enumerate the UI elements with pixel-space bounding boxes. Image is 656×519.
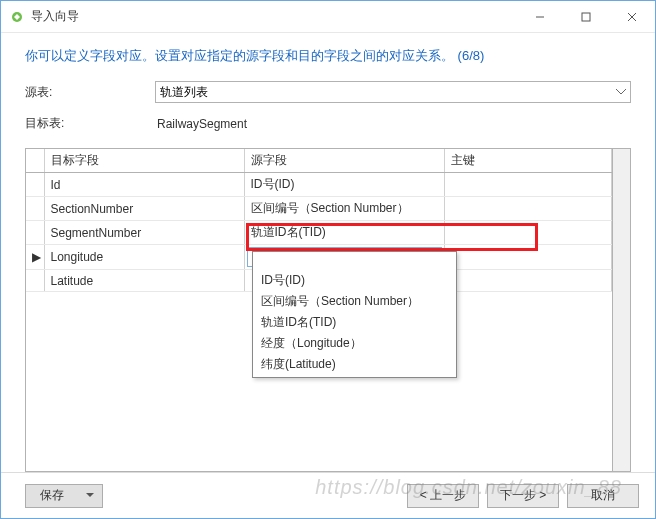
mapping-grid: 目标字段 源字段 主键 Id ID号(ID) — [25, 148, 631, 472]
prev-button[interactable]: < 上一步 — [407, 484, 479, 508]
source-table-label: 源表: — [25, 84, 155, 101]
svg-rect-2 — [582, 13, 590, 21]
source-table-value: 轨道列表 — [160, 84, 208, 101]
cell-source[interactable]: 轨道ID名(TID) — [244, 221, 444, 245]
chevron-down-icon — [616, 89, 626, 95]
cell-pk[interactable] — [444, 270, 612, 292]
minimize-button[interactable] — [517, 1, 563, 32]
table-row[interactable]: SegmentNumber 轨道ID名(TID) — [26, 221, 612, 245]
table-row[interactable]: Id ID号(ID) — [26, 173, 612, 197]
window-title: 导入向导 — [31, 8, 517, 25]
col-pk[interactable]: 主键 — [444, 149, 612, 173]
titlebar: 导入向导 — [1, 1, 655, 33]
next-button[interactable]: 下一步 > — [487, 484, 559, 508]
app-icon — [9, 9, 25, 25]
col-source[interactable]: 源字段 — [244, 149, 444, 173]
save-button[interactable]: 保存 — [25, 484, 103, 508]
close-button[interactable] — [609, 1, 655, 32]
cell-source[interactable]: 区间编号（Section Number） — [244, 197, 444, 221]
source-table-select[interactable]: 轨道列表 — [155, 81, 631, 103]
row-header-blank — [26, 149, 44, 173]
cell-source[interactable]: ID号(ID) — [244, 173, 444, 197]
source-field-dropdown[interactable]: ID号(ID) 区间编号（Section Number） 轨道ID名(TID) … — [252, 251, 457, 378]
dropdown-option[interactable]: 纬度(Latitude) — [253, 354, 456, 375]
row-marker-icon: ▶ — [32, 250, 41, 264]
cell-target[interactable]: SegmentNumber — [44, 221, 244, 245]
vertical-scrollbar[interactable] — [612, 149, 630, 471]
cell-target[interactable]: Id — [44, 173, 244, 197]
target-table-value: RailwaySegment — [155, 117, 631, 131]
dropdown-option[interactable]: 轨道ID名(TID) — [253, 312, 456, 333]
cell-pk[interactable] — [444, 245, 612, 270]
dropdown-blank-option[interactable] — [253, 254, 456, 270]
table-row[interactable]: SectionNumber 区间编号（Section Number） — [26, 197, 612, 221]
chevron-down-icon — [86, 493, 94, 498]
instruction-text: 你可以定义字段对应。设置对应指定的源字段和目的字段之间的对应关系。 (6/8) — [1, 33, 655, 75]
dropdown-option[interactable]: 经度（Longitude） — [253, 333, 456, 354]
cell-target[interactable]: Latitude — [44, 270, 244, 292]
col-target[interactable]: 目标字段 — [44, 149, 244, 173]
cell-target[interactable]: Longitude — [44, 245, 244, 270]
dropdown-option[interactable]: 区间编号（Section Number） — [253, 291, 456, 312]
target-table-label: 目标表: — [25, 115, 155, 132]
footer: 保存 < 上一步 下一步 > 取消 — [1, 472, 655, 518]
dropdown-option[interactable]: ID号(ID) — [253, 270, 456, 291]
cell-target[interactable]: SectionNumber — [44, 197, 244, 221]
cell-pk[interactable] — [444, 221, 612, 245]
cell-pk[interactable] — [444, 173, 612, 197]
maximize-button[interactable] — [563, 1, 609, 32]
cancel-button[interactable]: 取消 — [567, 484, 639, 508]
cell-pk[interactable] — [444, 197, 612, 221]
